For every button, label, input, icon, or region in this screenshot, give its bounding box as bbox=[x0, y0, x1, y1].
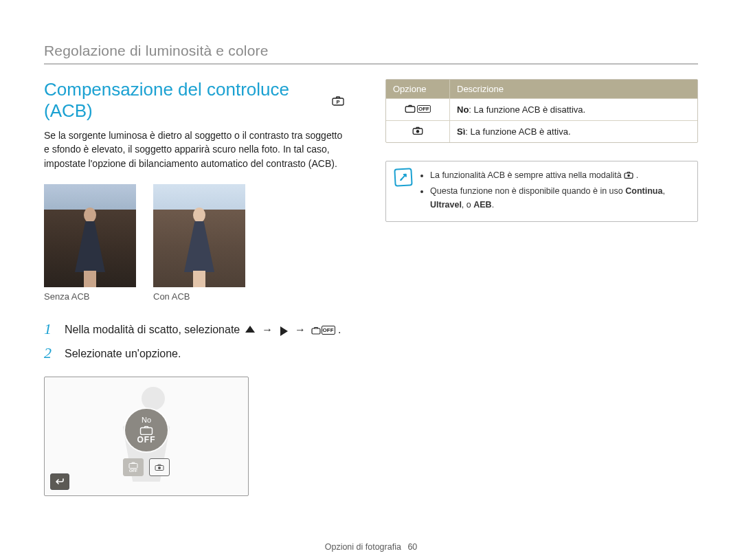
note-icon bbox=[394, 168, 412, 186]
mini-off-text: OFF bbox=[129, 469, 137, 473]
step-2-number: 2 bbox=[44, 346, 55, 361]
up-triangle-icon bbox=[245, 326, 255, 333]
breadcrumb: Regolazione di luminosità e colore bbox=[44, 43, 269, 59]
table-row: Sì: La funzione ACB è attiva. bbox=[386, 120, 697, 142]
section-title-text: Compensazione del controluce (ACB) bbox=[44, 79, 322, 122]
note-box: La funzionalità ACB è sempre attiva nell… bbox=[385, 161, 698, 222]
page-footer: Opzioni di fotografia 60 bbox=[0, 542, 742, 552]
sample-with-label: Con ACB bbox=[153, 291, 245, 302]
sample-row: Senza ACB Con ACB bbox=[44, 184, 344, 302]
footer-page-number: 60 bbox=[407, 542, 417, 552]
svg-rect-4 bbox=[129, 464, 137, 469]
right-pointer-icon bbox=[280, 326, 288, 336]
arrow-icon: → bbox=[262, 322, 273, 337]
camera-off-icon bbox=[139, 425, 153, 435]
step-1-pre: Nella modalità di scatto, selezionate bbox=[65, 324, 243, 335]
note-body: La funzionalità ACB è sempre attiva nell… bbox=[419, 168, 689, 214]
step-2-text: Selezionate un'opzione. bbox=[65, 346, 344, 361]
step-1-number: 1 bbox=[44, 322, 55, 337]
option-bubble[interactable]: No OFF bbox=[125, 409, 168, 451]
cell-desc-on: Sì: La funzione ACB è attiva. bbox=[450, 121, 697, 142]
acb-off-icon: OFF bbox=[311, 326, 335, 335]
note-bullet-1: La funzionalità ACB è sempre attiva nell… bbox=[430, 168, 689, 182]
sample-image-dark bbox=[44, 184, 136, 287]
svg-point-9 bbox=[416, 130, 419, 133]
arrow-icon-2: → bbox=[295, 322, 306, 337]
svg-rect-7 bbox=[405, 107, 415, 112]
cell-desc-off: No: La funzione ACB è disattiva. bbox=[450, 99, 697, 120]
step-2: 2 Selezionate un'opzione. bbox=[44, 346, 344, 361]
option-bubble-off: OFF bbox=[137, 435, 156, 445]
back-button[interactable] bbox=[50, 473, 69, 490]
cell-icon-on bbox=[386, 121, 450, 142]
sample-without-acb: Senza ACB bbox=[44, 184, 136, 302]
table-header: Opzione Descrizione bbox=[386, 80, 697, 98]
mini-option-off[interactable]: OFF bbox=[123, 458, 144, 476]
svg-point-6 bbox=[158, 467, 161, 469]
step-1-text: Nella modalità di scatto, selezionate → … bbox=[65, 322, 344, 338]
svg-point-12 bbox=[627, 175, 630, 177]
mini-option-on[interactable] bbox=[149, 458, 170, 476]
back-arrow-icon bbox=[55, 478, 65, 486]
acb-on-icon bbox=[412, 126, 423, 135]
header-option: Opzione bbox=[386, 80, 450, 98]
cell-icon-off: OFF bbox=[386, 99, 450, 120]
note-bullet-2: Questa funzione non è disponibile quando… bbox=[430, 185, 689, 212]
acb-off-icon bbox=[405, 104, 416, 113]
footer-section: Opzioni di fotografia bbox=[325, 542, 401, 552]
step-1-post: . bbox=[338, 324, 341, 335]
option-table: Opzione Descrizione OFF bbox=[385, 79, 698, 143]
header-description: Descrizione bbox=[450, 80, 510, 98]
table-row: OFF No: La funzione ACB è disattiva. bbox=[386, 98, 697, 120]
option-bubble-label: No bbox=[142, 416, 151, 424]
svg-rect-2 bbox=[312, 328, 320, 334]
step-1: 1 Nella modalità di scatto, selezionate … bbox=[44, 322, 344, 338]
sample-image-bright bbox=[153, 184, 245, 287]
section-title: Compensazione del controluce (ACB) P bbox=[44, 79, 344, 122]
option-screen: No OFF OFF bbox=[44, 377, 249, 496]
camera-small-icon bbox=[624, 170, 636, 180]
camera-p-icon: P bbox=[332, 96, 344, 108]
intro-paragraph: Se la sorgente luminosa è dietro al sogg… bbox=[44, 128, 344, 170]
svg-text:P: P bbox=[336, 99, 339, 105]
sample-with-acb: Con ACB bbox=[153, 184, 245, 302]
steps-list: 1 Nella modalità di scatto, selezionate … bbox=[44, 322, 344, 361]
svg-rect-3 bbox=[141, 428, 153, 435]
sample-without-label: Senza ACB bbox=[44, 291, 136, 302]
divider bbox=[44, 63, 698, 65]
